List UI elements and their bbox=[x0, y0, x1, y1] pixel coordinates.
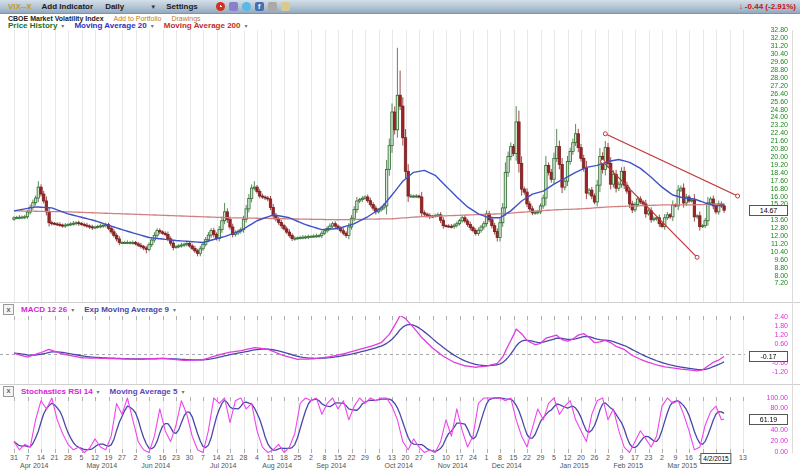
ma200-caret-icon[interactable]: ▾ bbox=[245, 22, 248, 29]
date-axis-month-label: Nov 2014 bbox=[438, 462, 468, 470]
date-axis-day-label: 8 bbox=[498, 454, 502, 461]
date-axis-day-label: 15 bbox=[510, 454, 518, 461]
macd-signal-caret-icon[interactable]: ▾ bbox=[173, 306, 176, 313]
price-axis-label: 8.80 bbox=[746, 264, 788, 272]
date-axis-day-label: 4 bbox=[255, 454, 259, 461]
twitter-icon[interactable] bbox=[242, 2, 251, 11]
date-axis-day-label: 28 bbox=[240, 454, 248, 461]
price-history-legend[interactable]: Price History bbox=[8, 21, 57, 30]
date-axis-month-label: Jul 2014 bbox=[210, 462, 236, 470]
price-axis-label: 12.80 bbox=[746, 224, 788, 232]
date-axis-day-label: 12 bbox=[91, 454, 99, 461]
settings-button[interactable]: Settings bbox=[166, 2, 198, 11]
date-axis-month-label: Dec 2014 bbox=[492, 462, 522, 470]
current-date-box: 4/2/2015 bbox=[700, 453, 731, 464]
ma200-legend[interactable]: Moving Average 200 bbox=[164, 21, 241, 30]
price-axis-label: 17.60 bbox=[746, 177, 788, 185]
date-axis-day-label: 23 bbox=[645, 454, 653, 461]
price-axis-label: 28.80 bbox=[746, 66, 788, 74]
stoch-ma-legend[interactable]: Moving Average 5 bbox=[110, 387, 178, 396]
date-axis-day-label: 23 bbox=[172, 454, 180, 461]
date-axis-day-label: 27 bbox=[118, 454, 126, 461]
macd-axis-label: 1.80 bbox=[746, 322, 788, 330]
last-price-box: 14.67 bbox=[749, 205, 788, 216]
date-axis-day-label: 15 bbox=[334, 454, 342, 461]
macd-signal-legend[interactable]: Exp Moving Average 9 bbox=[84, 305, 169, 314]
stoch-caret-icon[interactable]: ▾ bbox=[97, 388, 100, 395]
macd-axis-label: 1.20 bbox=[746, 331, 788, 339]
date-axis-month-label: May 2014 bbox=[86, 462, 117, 470]
date-axis-month-label: Feb 2015 bbox=[613, 462, 643, 470]
date-axis-day-label: 13 bbox=[739, 454, 747, 461]
macd-caret-icon[interactable]: ▾ bbox=[71, 306, 74, 313]
date-axis-day-label: 16 bbox=[685, 454, 693, 461]
date-axis-month-label: Apr 2014 bbox=[20, 462, 48, 470]
date-axis-day-label: 22 bbox=[348, 454, 356, 461]
stoch-axis-label: 40.00 bbox=[746, 426, 788, 434]
stoch-close-button[interactable]: X bbox=[3, 386, 14, 397]
date-axis-day-label: 28 bbox=[64, 454, 72, 461]
price-axis-label: 24.00 bbox=[746, 113, 788, 121]
date-axis-day-label: 29 bbox=[537, 454, 545, 461]
price-axis-label: 11.20 bbox=[746, 240, 788, 248]
price-axis-label: 18.40 bbox=[746, 169, 788, 177]
price-axis-label: 32.00 bbox=[746, 34, 788, 42]
date-axis-day-label: 2 bbox=[134, 454, 138, 461]
blocks-icon[interactable] bbox=[229, 2, 238, 11]
stoch-pane-header: X Stochastics RSI 14▾ Moving Average 5▾ bbox=[0, 384, 800, 397]
date-axis-day-label: 17 bbox=[631, 454, 639, 461]
price-axis-label: 8.00 bbox=[746, 272, 788, 280]
date-axis-day-label: 2 bbox=[660, 454, 664, 461]
price-axis-label: 20.00 bbox=[746, 153, 788, 161]
date-axis-day-label: 13 bbox=[388, 454, 396, 461]
date-axis-day-label: 1 bbox=[485, 454, 489, 461]
stoch-ma-caret-icon[interactable]: ▾ bbox=[181, 388, 184, 395]
date-axis-day-label: 9 bbox=[674, 454, 678, 461]
date-axis-month-label: Aug 2014 bbox=[262, 462, 292, 470]
timeframe-select[interactable]: Daily bbox=[105, 2, 124, 11]
macd-close-button[interactable]: X bbox=[3, 304, 14, 315]
price-axis-label: 25.60 bbox=[746, 98, 788, 106]
stoch-chart[interactable] bbox=[0, 397, 745, 453]
price-axis-label: 29.60 bbox=[746, 58, 788, 66]
ma20-caret-icon[interactable]: ▾ bbox=[151, 22, 154, 29]
date-axis-day-label: 25 bbox=[294, 454, 302, 461]
blog-icon[interactable] bbox=[281, 2, 290, 11]
down-arrow-icon: ↓ bbox=[739, 2, 743, 11]
stoch-axis-label: 80.00 bbox=[746, 404, 788, 412]
price-axis-label: 13.60 bbox=[746, 216, 788, 224]
macd-chart[interactable] bbox=[0, 316, 745, 384]
timeframe-caret-icon[interactable]: ▼ bbox=[150, 4, 156, 10]
date-axis-day-label: 18 bbox=[280, 454, 288, 461]
ma20-legend[interactable]: Moving Average 20 bbox=[74, 21, 146, 30]
price-history-caret-icon[interactable]: ▾ bbox=[61, 22, 64, 29]
stoch-legend[interactable]: Stochastics RSI 14 bbox=[21, 387, 93, 396]
price-axis-label: 10.40 bbox=[746, 248, 788, 256]
date-axis-day-label: 24 bbox=[469, 454, 477, 461]
toolbar: VIX--X Add Indicator Daily ▼ Settings f … bbox=[0, 0, 800, 14]
camera-icon[interactable] bbox=[268, 2, 277, 11]
date-axis-day-label: 2 bbox=[309, 454, 313, 461]
date-axis-day-label: 10 bbox=[442, 454, 450, 461]
date-axis-day-label: 26 bbox=[591, 454, 599, 461]
alert-icon[interactable] bbox=[216, 2, 225, 11]
add-indicator-button[interactable]: Add Indicator bbox=[42, 2, 94, 11]
symbol-label[interactable]: VIX--X bbox=[8, 2, 32, 11]
date-axis-day-label: 11 bbox=[267, 454, 274, 461]
macd-axis-label: 0.60 bbox=[746, 340, 788, 348]
date-axis-day-label: 3 bbox=[431, 454, 435, 461]
price-axis-label: 20.80 bbox=[746, 145, 788, 153]
date-axis-day-label: 6 bbox=[377, 454, 381, 461]
facebook-icon[interactable]: f bbox=[255, 2, 264, 11]
price-axis-label: 24.80 bbox=[746, 106, 788, 114]
date-axis-day-label: 2 bbox=[606, 454, 610, 461]
macd-legend[interactable]: MACD 12 26 bbox=[21, 305, 67, 314]
date-axis-day-label: 8 bbox=[323, 454, 327, 461]
date-axis-day-label: 7 bbox=[201, 454, 205, 461]
toolbar-icons: f bbox=[216, 2, 290, 11]
axis-edge-divider bbox=[792, 30, 793, 453]
chart-window: VIX--X Add Indicator Daily ▼ Settings f … bbox=[0, 0, 800, 471]
price-chart[interactable] bbox=[0, 30, 745, 302]
price-axis-label: 23.20 bbox=[746, 121, 788, 129]
date-axis-day-label: 9 bbox=[620, 454, 624, 461]
